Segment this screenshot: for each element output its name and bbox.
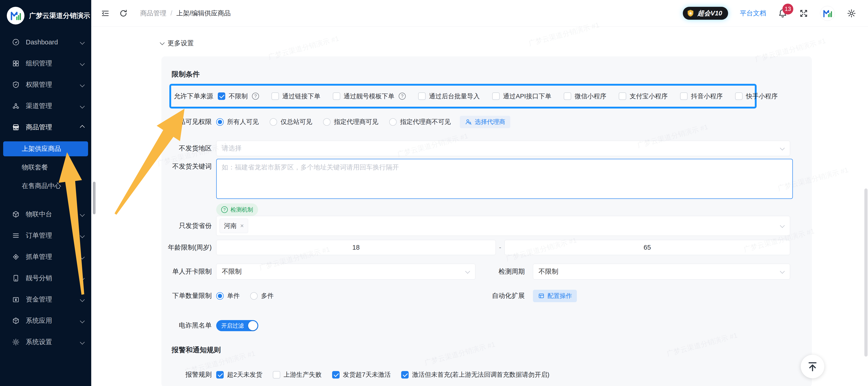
age-max-input[interactable]: 65	[504, 240, 790, 255]
sidebar-subitem-onsale-center[interactable]: 在售商品中心	[3, 178, 88, 194]
radio-selected-icon[interactable]	[216, 292, 224, 300]
no-ship-keywords-textarea[interactable]: 如：福建省龙岩市新罗区，多个地址关键词请用回车换行隔开	[216, 159, 793, 199]
sidebar-item-pretty-number[interactable]: 靓号分销	[0, 271, 91, 286]
sidebar-item-iot-platform[interactable]: 物联中台	[0, 207, 91, 221]
sidebar-subitem-iot-package[interactable]: 物联套餐	[3, 160, 88, 175]
checkbox-api-order[interactable]: 通过API接口下单	[492, 92, 551, 100]
radio-selected-icon[interactable]	[216, 118, 224, 126]
back-to-top-button[interactable]	[801, 355, 824, 378]
breadcrumb-current: 上架/编辑供应商品	[176, 9, 231, 18]
notifications-button[interactable]: 13	[778, 9, 787, 18]
checkbox-wechat-mini[interactable]: 微信小程序	[564, 92, 606, 100]
sidebar-item-orders[interactable]: 订单管理	[0, 228, 91, 243]
check-cycle-select[interactable]: 不限制	[533, 264, 790, 279]
radio-single-item[interactable]: 单件	[216, 292, 240, 300]
radio-label: 单件	[227, 292, 240, 300]
configure-actions-button[interactable]: 配置操作	[533, 290, 577, 302]
checkbox-checked-icon[interactable]	[218, 92, 225, 100]
checkbox-icon[interactable]	[619, 92, 626, 100]
help-circle-icon[interactable]: ?	[252, 93, 259, 100]
chevron-down-icon	[80, 297, 85, 302]
sidebar-subitem-listed-supply-goods[interactable]: 上架供应商品	[3, 141, 88, 156]
checkbox-via-number-template[interactable]: 通过靓号模板下单 ?	[333, 92, 406, 100]
platform-docs-link[interactable]: 平台文档	[740, 9, 766, 18]
select-agent-button[interactable]: 选择代理商	[460, 116, 510, 128]
settings-gear-icon[interactable]	[847, 9, 856, 18]
breadcrumb-parent[interactable]: 商品管理	[140, 9, 166, 18]
sidebar-item-label: 系统应用	[26, 316, 52, 325]
checkbox-icon[interactable]	[273, 371, 280, 379]
sidebar-item-org[interactable]: 组织管理	[0, 56, 91, 71]
radio-icon[interactable]	[250, 292, 258, 300]
province-tag-label: 河南	[224, 221, 237, 230]
checkbox-not-activated-7days[interactable]: 发货超7天未激活	[332, 370, 391, 379]
sidebar-item-system-settings[interactable]: 系统设置	[0, 335, 91, 349]
checkbox-icon[interactable]	[492, 92, 500, 100]
checkbox-icon[interactable]	[333, 92, 340, 100]
checkbox-icon[interactable]	[680, 92, 688, 100]
user-avatar[interactable]	[820, 6, 835, 21]
card-limit-select[interactable]: 不限制	[216, 264, 475, 279]
radio-icon[interactable]	[323, 118, 331, 126]
menu-fold-icon[interactable]	[101, 9, 110, 18]
checkbox-via-link[interactable]: 通过链接下单	[272, 92, 320, 100]
notification-count-badge: 13	[782, 4, 793, 14]
fullscreen-icon[interactable]	[799, 9, 808, 18]
sidebar-submenu-goods: 上架供应商品 物联套餐 在售商品中心	[3, 141, 88, 194]
checkbox-backend-import[interactable]: 通过后台批量导入	[418, 92, 480, 100]
tag-close-icon[interactable]: ×	[240, 222, 244, 230]
checkbox-kuaishou-mini[interactable]: 快手小程序	[735, 92, 778, 100]
radio-label: 多件	[261, 292, 274, 300]
checkbox-alipay-mini[interactable]: 支付宝小程序	[619, 92, 668, 100]
chevron-down-icon	[80, 61, 85, 66]
checkbox-icon[interactable]	[418, 92, 426, 100]
vip-badge[interactable]: 超会V10	[683, 7, 728, 20]
checkbox-checked-icon[interactable]	[332, 371, 340, 379]
sidebar-item-system-apps[interactable]: 系统应用	[0, 314, 91, 328]
section-title-restrictions: 限制条件	[172, 69, 200, 79]
checkbox-douyin-mini[interactable]: 抖音小程序	[680, 92, 723, 100]
help-circle-icon[interactable]: ?	[399, 93, 406, 100]
refresh-icon[interactable]	[119, 9, 128, 18]
checkbox-icon[interactable]	[735, 92, 743, 100]
ship-province-select[interactable]: 河南 ×	[216, 216, 790, 236]
checkbox-icon[interactable]	[564, 92, 571, 100]
chevron-down-icon	[80, 233, 85, 238]
row-age-limit: 年龄限制(周岁) 18 - 65	[169, 240, 801, 255]
detection-mechanism-tag[interactable]: ? 检测机制	[216, 203, 258, 216]
more-settings-toggle[interactable]: 更多设置	[160, 39, 194, 48]
checkbox-unrestricted[interactable]: 不限制 ?	[218, 92, 259, 100]
cube-icon	[12, 317, 20, 325]
field-label-order-source: 允许下单来源	[174, 92, 213, 101]
main-scrollbar-thumb[interactable]	[864, 188, 868, 357]
checkbox-checked-icon[interactable]	[216, 371, 224, 379]
sidebar-item-dashboard[interactable]: Dashboard	[0, 35, 91, 49]
checkbox-checked-icon[interactable]	[401, 371, 409, 379]
sidebar-item-funds[interactable]: 资金管理	[0, 292, 91, 307]
checkbox-icon[interactable]	[272, 92, 279, 100]
radio-visible-hq-only[interactable]: 仅总站可见	[270, 118, 312, 126]
checkbox-upstream-failure[interactable]: 上游生产失败	[273, 370, 322, 379]
chevron-down-icon	[780, 146, 785, 150]
sidebar-item-label: 抓单管理	[26, 253, 52, 261]
radio-multi-item[interactable]: 多件	[250, 292, 274, 300]
sidebar-item-permission[interactable]: 权限管理	[0, 78, 91, 92]
grid-icon	[12, 59, 20, 67]
radio-icon[interactable]	[389, 118, 397, 126]
sidebar-item-grab-orders[interactable]: 抓单管理	[0, 249, 91, 264]
radio-icon[interactable]	[270, 118, 277, 126]
radio-visible-all[interactable]: 所有人可见	[216, 118, 259, 126]
radio-invisible-specified-agents[interactable]: 指定代理商不可见	[389, 118, 451, 126]
checkbox-not-shipped-2days[interactable]: 超2天未发货	[216, 370, 262, 379]
select-value: 不限制	[222, 267, 242, 276]
no-ship-area-select[interactable]: 请选择	[216, 141, 790, 156]
sidebar-item-goods[interactable]: 商品管理	[0, 120, 91, 135]
gear-icon	[12, 338, 20, 346]
fraud-filter-toggle[interactable]: 开启过滤	[216, 320, 258, 331]
radio-visible-specified-agents[interactable]: 指定代理商可见	[323, 118, 378, 126]
sidebar-item-channel[interactable]: 渠道管理	[0, 99, 91, 113]
age-min-input[interactable]: 18	[216, 240, 496, 255]
textarea-placeholder: 如：福建省龙岩市新罗区，多个地址关键词请用回车换行隔开	[222, 164, 399, 171]
checkbox-activated-no-recharge[interactable]: 激活但未首充(若上游无法回调首充数据请勿开启)	[401, 370, 550, 379]
sidebar-scrollbar-thumb[interactable]	[93, 182, 96, 214]
